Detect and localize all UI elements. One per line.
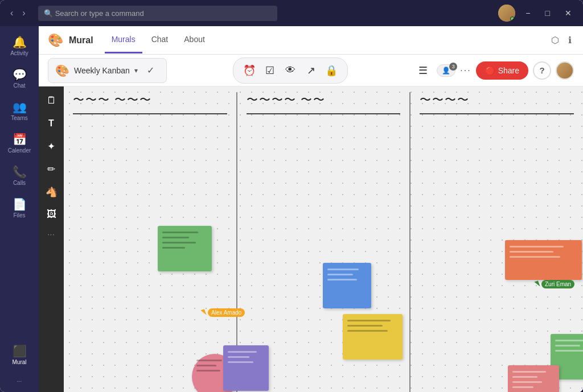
tab-about[interactable]: About <box>177 27 212 53</box>
share-icon: 🔴 <box>485 66 495 75</box>
forward-button[interactable]: › <box>19 7 28 19</box>
cursor-alex: Alex Amado <box>202 308 245 317</box>
search-input[interactable] <box>38 6 277 21</box>
column-1-title: 〜〜〜 〜〜〜 <box>73 93 152 106</box>
sidebar-item-more[interactable]: ... <box>3 372 35 387</box>
sidebar-item-files[interactable]: 📄 Files <box>3 193 35 223</box>
pen-tool-button[interactable]: ✏ <box>42 159 61 179</box>
mural-check-button[interactable]: ✓ <box>142 62 159 79</box>
note-lines <box>162 230 207 250</box>
tab-chat[interactable]: Chat <box>145 27 175 53</box>
search-container: 🔍 <box>38 6 277 21</box>
search-icon: 🔍 <box>44 9 53 18</box>
user-avatar[interactable] <box>498 5 515 22</box>
eye-tool-button[interactable]: 👁 <box>281 61 299 80</box>
sticky-note-pink-2[interactable] <box>508 365 559 392</box>
online-indicator <box>510 16 515 21</box>
sticky-note-yellow-1[interactable] <box>343 314 403 360</box>
share-button[interactable]: 🔴 Share <box>476 61 528 80</box>
toolbar-more-button[interactable]: ··· <box>460 65 471 76</box>
sidebar-label-calendar: Calender <box>8 147 31 154</box>
presenter-avatar[interactable] <box>556 61 574 80</box>
teams-icon: 👥 <box>13 100 27 114</box>
layout-button[interactable]: ☰ <box>414 61 432 80</box>
note-lines-orange <box>510 245 577 259</box>
title-bar: ‹ › 🔍 − □ ✕ <box>0 0 583 26</box>
note-lines-green2 <box>555 339 583 353</box>
sidebar-label-chat: Chat <box>13 82 25 89</box>
column-2-header: 〜〜〜〜 〜〜 <box>247 92 401 114</box>
sidebar-item-calendar[interactable]: 📅 Calender <box>3 128 35 158</box>
nav-buttons: ‹ › <box>7 7 29 19</box>
cursor-tool-button[interactable]: ↗ <box>302 61 320 80</box>
sidebar-item-mural[interactable]: ⬛ Mural <box>3 340 35 370</box>
sidebar-label-calls: Calls <box>13 180 26 186</box>
sidebar-label-activity: Activity <box>10 50 28 56</box>
toolbar-logo: 🎨 <box>55 64 69 77</box>
calendar-icon: 📅 <box>13 133 27 146</box>
toolbar-center: ⏰ ☑ 👁 ↗ 🔒 <box>233 57 348 84</box>
info-button[interactable]: ℹ <box>566 32 574 48</box>
check-tool-button[interactable]: ☑ <box>261 61 279 80</box>
mural-app-logo: 🎨 <box>48 33 63 48</box>
sidebar: 🔔 Activity 💬 Chat 👥 Teams 📅 Calender 📞 C… <box>0 26 39 392</box>
column-3-title: 〜〜〜〜 <box>420 93 470 106</box>
sticky-note-purple-1[interactable] <box>223 345 269 391</box>
sidebar-item-teams[interactable]: 👥 Teams <box>3 96 35 126</box>
note-lines-pink2 <box>512 370 555 389</box>
left-tools-panel: 🗒 T ✦ ✏ 🐴 🖼 ··· <box>39 86 64 392</box>
timer-tool-button[interactable]: ⏰ <box>240 61 258 80</box>
app-tab-right: ⬡ ℹ <box>549 32 574 48</box>
sticky-note-orange-1[interactable] <box>505 240 582 280</box>
files-icon: 📄 <box>13 197 27 211</box>
shape-tool-button[interactable]: ✦ <box>42 137 61 156</box>
image-tool-button[interactable]: 🖼 <box>42 205 61 224</box>
user-count-badge[interactable]: 👤 3 <box>437 64 455 77</box>
app-tab-bar: 🎨 Mural Murals Chat About ⬡ ℹ <box>39 26 583 55</box>
help-button[interactable]: ? <box>533 61 551 80</box>
lock-tool-button[interactable]: 🔒 <box>322 61 340 80</box>
column-1-header: 〜〜〜 〜〜〜 <box>73 92 227 114</box>
sidebar-item-calls[interactable]: 📞 Calls <box>3 160 35 191</box>
sidebar-item-activity[interactable]: 🔔 Activity <box>3 31 35 61</box>
app-window: ‹ › 🔍 − □ ✕ 🔔 Activity 💬 Chat <box>0 0 583 392</box>
sidebar-item-chat[interactable]: 💬 Chat <box>3 63 35 93</box>
toolbar-left: 🎨 Weekly Kanban ▾ ✓ <box>48 58 167 83</box>
popout-button[interactable]: ⬡ <box>549 32 561 48</box>
canvas-wrapper: 🗒 T ✦ ✏ 🐴 🖼 ··· 〜〜〜 〜〜〜 <box>39 86 583 392</box>
toolbar-right: ☰ 👤 3 ··· 🔴 Share ? <box>414 61 574 80</box>
mural-name: Weekly Kanban <box>74 66 130 75</box>
calls-icon: 📞 <box>13 165 27 179</box>
sticky-note-blue-1[interactable] <box>323 263 371 308</box>
content-area: 🎨 Mural Murals Chat About ⬡ ℹ 🎨 Weekly K… <box>39 26 583 392</box>
minimize-button[interactable]: − <box>521 7 535 19</box>
cursor-triangle-zuri <box>534 280 540 288</box>
tools-more-button[interactable]: ··· <box>42 228 61 241</box>
sticky-note-green-1[interactable] <box>158 226 212 271</box>
title-bar-right: − □ ✕ <box>498 5 576 22</box>
sidebar-label-files: Files <box>13 212 25 218</box>
mural-dropdown-button[interactable]: ▾ <box>134 67 138 75</box>
cursor-name-zuri: Zuri Eman <box>541 280 574 288</box>
sidebar-label-mural: Mural <box>12 359 26 365</box>
text-tool-button[interactable]: T <box>42 114 61 133</box>
tab-murals[interactable]: Murals <box>105 27 142 53</box>
app-title: Mural <box>69 35 93 46</box>
sticky-note-tool-button[interactable]: 🗒 <box>42 91 61 110</box>
activity-icon: 🔔 <box>13 35 27 49</box>
note-lines-blue <box>327 267 367 282</box>
mural-icon: ⬛ <box>13 344 27 358</box>
horse-tool-button[interactable]: 🐴 <box>42 182 61 201</box>
share-label: Share <box>498 66 519 75</box>
cursor-name-alex: Alex Amado <box>208 308 245 317</box>
back-button[interactable]: ‹ <box>7 7 17 19</box>
canvas[interactable]: 〜〜〜 〜〜〜 〜〜〜〜 〜〜 〜〜〜〜 <box>64 86 583 392</box>
sidebar-label-teams: Teams <box>11 115 27 121</box>
close-button[interactable]: ✕ <box>560 7 576 19</box>
note-lines-yellow <box>347 319 398 333</box>
maximize-button[interactable]: □ <box>541 7 555 19</box>
main-layout: 🔔 Activity 💬 Chat 👥 Teams 📅 Calender 📞 C… <box>0 26 583 392</box>
chat-icon: 💬 <box>13 68 27 81</box>
user-count: 3 <box>449 63 457 71</box>
sidebar-more-label: ... <box>17 377 22 383</box>
